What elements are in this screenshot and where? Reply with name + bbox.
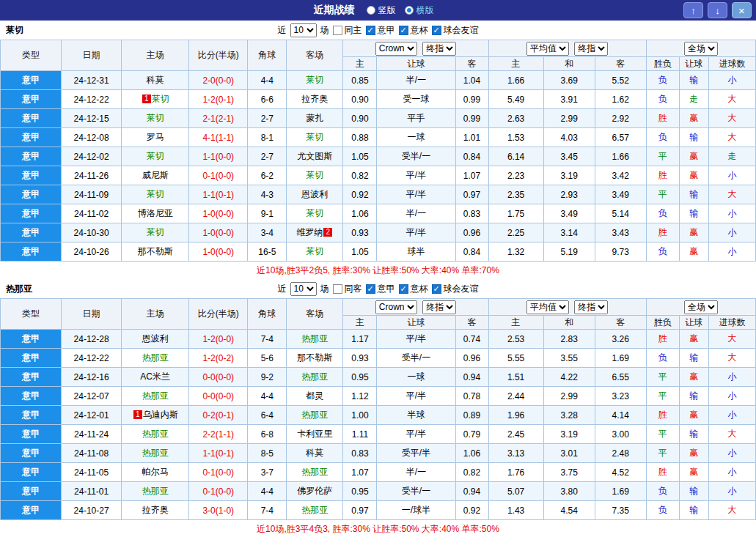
date-cell: 24-12-02 (62, 147, 122, 166)
result-goals-cell: 走 (708, 147, 755, 166)
checkbox-icon (333, 284, 342, 294)
date-cell: 24-12-07 (62, 387, 122, 406)
away-team-cell[interactable]: 热那亚 (287, 463, 343, 482)
match-row: 意甲 24-11-02 博洛尼亚 1-0(0-0) 9-1 莱切 1.06 半/… (1, 204, 756, 223)
result-goals-cell: 小 (708, 444, 755, 463)
home-team-cell[interactable]: 莱切 (122, 223, 189, 242)
home-team-cell[interactable]: 恩波利 (122, 330, 189, 349)
handicap-stage-select[interactable]: 终指 (422, 42, 456, 56)
euro-home-odds: 5.07 (488, 482, 543, 501)
result-winloss-cell: 负 (646, 71, 679, 90)
euro-draw-odds: 3.45 (543, 147, 595, 166)
title-bar: 近期战绩 竖版 横版 ↑ ↓ × (0, 0, 756, 21)
match-row: 意甲 24-11-24 热那亚 2-2(1-1) 6-8 卡利亚里 1.11 平… (1, 425, 756, 444)
match-count-select[interactable]: 10 (290, 282, 317, 296)
away-team-cell[interactable]: 热那亚 (287, 368, 343, 387)
league-checkbox-coppa-italia[interactable]: 意杯 (399, 283, 428, 295)
home-team-cell[interactable]: 莱切 (122, 147, 189, 166)
average-select[interactable]: 平均值 (526, 300, 569, 314)
home-team-cell[interactable]: 威尼斯 (122, 166, 189, 185)
close-button[interactable]: × (732, 2, 752, 18)
home-team-cell[interactable]: 1莱切 (122, 90, 189, 109)
away-team-cell[interactable]: 尤文图斯 (287, 147, 343, 166)
europe-stage-select[interactable]: 终指 (574, 42, 608, 56)
away-team-cell[interactable]: 蒙扎 (287, 109, 343, 128)
euro-away-odds: 3.49 (595, 185, 646, 204)
home-team-cell[interactable]: 热那亚 (122, 387, 189, 406)
handicap-stage-select[interactable]: 终指 (422, 300, 456, 314)
league-checkbox-club-friendly[interactable]: 球会友谊 (432, 283, 479, 295)
euro-home-odds: 1.53 (488, 128, 543, 147)
home-team-name: AC米兰 (140, 371, 170, 382)
result-winloss-cell: 负 (646, 128, 679, 147)
result-handicap-cell: 输 (679, 128, 708, 147)
euro-home-odds: 5.55 (488, 349, 543, 368)
league-checkbox-club-friendly[interactable]: 球会友谊 (432, 24, 479, 37)
away-team-name: 莱切 (306, 132, 323, 142)
league-checkbox-serie-a[interactable]: 意甲 (366, 283, 395, 295)
result-winloss-cell: 负 (646, 242, 679, 262)
radio-horizontal-layout[interactable]: 横版 (405, 4, 434, 17)
scope-select[interactable]: 全场 (684, 300, 718, 314)
move-up-button[interactable]: ↑ (683, 2, 703, 18)
move-down-button[interactable]: ↓ (708, 2, 727, 18)
home-team-cell[interactable]: 热那亚 (122, 349, 189, 368)
col-header-score: 比分(半场) (189, 299, 248, 330)
away-team-cell[interactable]: 热那亚 (287, 501, 343, 520)
home-team-cell[interactable]: 莱切 (122, 185, 189, 204)
home-team-cell[interactable]: 博洛尼亚 (122, 204, 189, 223)
bookmaker-select[interactable]: Crown (375, 42, 417, 56)
match-count-select[interactable]: 10 (290, 23, 317, 37)
away-team-cell[interactable]: 卡利亚里 (287, 425, 343, 444)
away-team-cell[interactable]: 科莫 (287, 444, 343, 463)
home-team-cell[interactable]: 莱切 (122, 109, 189, 128)
europe-stage-select[interactable]: 终指 (574, 300, 608, 314)
league-checkbox-coppa-italia[interactable]: 意杯 (399, 24, 428, 37)
away-team-cell[interactable]: 热那亚 (287, 330, 343, 349)
home-team-cell[interactable]: 热那亚 (122, 444, 189, 463)
away-team-name: 那不勒斯 (297, 352, 332, 363)
away-team-name: 莱切 (306, 208, 323, 218)
match-row: 意甲 24-12-15 莱切 2-1(2-1) 2-7 蒙扎 0.90 平手 0… (1, 109, 756, 128)
home-team-name: 那不勒斯 (138, 246, 173, 256)
away-team-cell[interactable]: 那不勒斯 (287, 349, 343, 368)
away-team-cell[interactable]: 恩波利 (287, 185, 343, 204)
scope-select[interactable]: 全场 (684, 42, 718, 56)
away-team-cell[interactable]: 热那亚 (287, 406, 343, 425)
home-team-cell[interactable]: 那不勒斯 (122, 242, 189, 262)
away-team-cell[interactable]: 莱切 (287, 166, 343, 185)
same-home-checkbox[interactable]: 同主 (333, 24, 362, 37)
away-team-cell[interactable]: 维罗纳2 (287, 223, 343, 242)
handicap-away-odds: 0.79 (455, 425, 488, 444)
home-team-cell[interactable]: AC米兰 (122, 368, 189, 387)
away-team-cell[interactable]: 佛罗伦萨 (287, 482, 343, 501)
home-team-cell[interactable]: 拉齐奥 (122, 501, 189, 520)
home-team-cell[interactable]: 帕尔马 (122, 463, 189, 482)
away-team-cell[interactable]: 莱切 (287, 204, 343, 223)
home-team-cell[interactable]: 热那亚 (122, 425, 189, 444)
away-team-cell[interactable]: 莱切 (287, 242, 343, 262)
away-team-name: 莱切 (306, 75, 323, 85)
bookmaker-select[interactable]: Crown (375, 300, 417, 314)
home-team-cell[interactable]: 1乌迪内斯 (122, 406, 189, 425)
result-goals-cell: 小 (708, 463, 755, 482)
euro-draw-odds: 3.19 (543, 425, 595, 444)
home-team-cell[interactable]: 科莫 (122, 71, 189, 90)
corner-cell: 7-4 (248, 501, 287, 520)
result-winloss-cell: 平 (646, 147, 679, 166)
league-checkbox-serie-a[interactable]: 意甲 (366, 24, 395, 37)
result-winloss-cell: 胜 (646, 406, 679, 425)
radio-vertical-layout[interactable]: 竖版 (367, 4, 396, 17)
same-away-checkbox[interactable]: 同客 (333, 283, 362, 295)
home-team-cell[interactable]: 热那亚 (122, 482, 189, 501)
euro-away-odds: 4.52 (595, 463, 646, 482)
home-team-cell[interactable]: 罗马 (122, 128, 189, 147)
away-team-cell[interactable]: 拉齐奥 (287, 90, 343, 109)
away-team-cell[interactable]: 莱切 (287, 128, 343, 147)
date-cell: 24-11-05 (62, 463, 122, 482)
away-team-cell[interactable]: 都灵 (287, 387, 343, 406)
date-cell: 24-12-01 (62, 406, 122, 425)
handicap-home-odds: 1.05 (343, 147, 377, 166)
average-select[interactable]: 平均值 (526, 42, 569, 56)
away-team-cell[interactable]: 莱切 (287, 71, 343, 90)
